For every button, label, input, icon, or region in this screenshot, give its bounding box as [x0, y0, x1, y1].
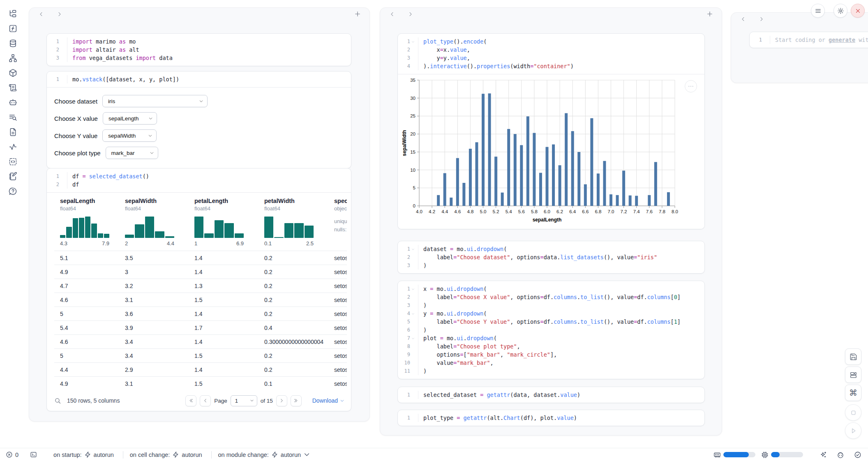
code-editor-df[interactable]: 1df = selected_dataset()2df: [47, 168, 351, 192]
on-startup-setting[interactable]: on startup: autorun: [53, 451, 114, 458]
table-row[interactable]: 5.13.51.40.2setosa: [54, 251, 347, 265]
sidebar-item-network[interactable]: [5, 54, 20, 63]
table-row[interactable]: 4.63.41.40.30000000000000004setosa: [54, 334, 347, 348]
column-header-sepalLength[interactable]: sepalLengthfloat644.37.9: [54, 198, 119, 251]
table-footer: 150 rows, 5 columns Page 1 of 15 Downloa…: [54, 390, 347, 411]
line-number: 1: [47, 37, 59, 46]
pagination: Page 1 of 15 Download: [185, 395, 347, 406]
table-row[interactable]: 4.93.11.50.1setosa: [54, 376, 347, 390]
sidebar-item-scroll-text[interactable]: [5, 84, 20, 92]
code-line-text: ): [418, 326, 427, 334]
column-scroll-left-button[interactable]: [36, 9, 46, 19]
copilot-button[interactable]: [836, 450, 845, 459]
code-editor-selected[interactable]: 1selected_dataset = getattr(data, datase…: [398, 387, 704, 403]
shutdown-button[interactable]: [851, 4, 865, 18]
sidebar-item-function-square[interactable]: [5, 25, 20, 33]
cpu-meter[interactable]: [761, 451, 803, 459]
on-cell-change-setting[interactable]: on cell change: autorun: [130, 451, 202, 458]
table-row[interactable]: 4.63.11.50.2setosa: [54, 293, 347, 307]
layout-button[interactable]: [845, 366, 861, 383]
table-row[interactable]: 4.73.21.30.2setosa: [54, 279, 347, 293]
sidebar-item-notebook-pen[interactable]: [5, 173, 20, 181]
last-page-button[interactable]: [291, 395, 302, 406]
code-editor-imports[interactable]: 1import marimo as mo2import altair as al…: [47, 34, 351, 66]
sidebar-item-database[interactable]: [5, 39, 20, 48]
fold-chevron-icon[interactable]: [410, 334, 416, 342]
svg-text:10: 10: [410, 168, 416, 173]
generate-link[interactable]: generate: [829, 37, 855, 43]
code-line-text: label="Choose X value", options=df.colum…: [418, 293, 681, 301]
fold-chevron-icon[interactable]: [410, 245, 416, 253]
column-scroll-right-button[interactable]: [405, 9, 416, 19]
line-number: 1: [750, 36, 762, 44]
connection-status-button[interactable]: [853, 450, 862, 459]
code-editor-xyplot[interactable]: 1x = mo.ui.dropdown(2 label="Choose X va…: [398, 281, 704, 379]
code-editor-empty[interactable]: 1 Start coding or generate with: [750, 32, 868, 48]
errors-indicator[interactable]: 0: [6, 451, 18, 458]
first-page-button[interactable]: [185, 395, 196, 406]
on-cell-change-value: autorun: [182, 452, 202, 458]
sidebar-item-package[interactable]: [5, 69, 20, 78]
column-scroll-right-button[interactable]: [54, 9, 65, 19]
on-module-change-setting[interactable]: on module change: autorun: [218, 451, 309, 458]
column-scroll-left-button[interactable]: [387, 9, 397, 19]
ai-sparkles-button[interactable]: [819, 450, 828, 459]
memory-meter[interactable]: [713, 451, 755, 459]
column-header-petalWidth[interactable]: petalWidthfloat640.12.5: [259, 198, 328, 251]
column-scroll-right-button[interactable]: [756, 14, 766, 24]
code-line-text: plot = mo.ui.dropdown(: [418, 334, 497, 342]
chart-actions-button[interactable]: [685, 80, 697, 92]
table-cell: 1.4: [189, 255, 259, 261]
table-cell: setosa: [328, 283, 347, 289]
menu-button[interactable]: [811, 4, 825, 18]
chevron-down-icon: [199, 99, 203, 104]
column-scroll-left-button[interactable]: [738, 14, 748, 24]
table-row[interactable]: 53.41.50.2setosa: [54, 348, 347, 362]
fold-chevron-icon[interactable]: [410, 285, 416, 293]
dropdown-select-choose-y-value[interactable]: sepalWidth: [102, 129, 157, 142]
sidebar-item-help-circle[interactable]: [5, 187, 20, 196]
search-icon[interactable]: [54, 397, 61, 404]
sidebar-item-code-square[interactable]: [5, 158, 20, 166]
dropdown-select-choose-dataset[interactable]: iris: [102, 95, 208, 107]
table-row[interactable]: 5.43.91.70.4setosa: [54, 320, 347, 334]
dropdown-value: iris: [108, 98, 115, 104]
download-button[interactable]: Download: [310, 397, 347, 404]
code-editor-dataset[interactable]: 1dataset = mo.ui.dropdown(2 label="Choos…: [398, 241, 704, 273]
terminal-button[interactable]: [30, 451, 37, 458]
column-header-petalLength[interactable]: petalLengthfloat6416.9: [189, 198, 259, 251]
save-button[interactable]: [845, 348, 861, 365]
bar-chart[interactable]: 4.04.24.44.64.85.05.25.45.65.86.06.26.46…: [401, 75, 689, 228]
table-row[interactable]: 4.931.40.2setosa: [54, 265, 347, 279]
on-startup-value: autorun: [94, 452, 114, 458]
next-page-button[interactable]: [276, 395, 287, 406]
page-select[interactable]: 1: [231, 395, 257, 406]
svg-text:sepalWidth: sepalWidth: [402, 130, 407, 156]
sidebar-item-list-search[interactable]: [5, 113, 20, 122]
prev-page-button[interactable]: [200, 395, 211, 406]
column-header-species[interactable]: speciesobjectunique:nulls:: [328, 198, 347, 251]
code-editor-plottype[interactable]: 1plot_type = getattr(alt.Chart(df), plot…: [398, 410, 704, 426]
sidebar-item-file-text[interactable]: [5, 128, 20, 137]
code-editor-plot[interactable]: 1plot_type().encode(2 x=x.value,3 y=y.va…: [398, 34, 704, 74]
table-row[interactable]: 4.42.91.40.2setosa: [54, 362, 347, 376]
add-cell-button[interactable]: [352, 9, 363, 19]
command-palette-button[interactable]: ⌘: [845, 385, 861, 401]
table-row[interactable]: 53.61.40.2setosa: [54, 307, 347, 320]
column-header-sepalWidth[interactable]: sepalWidthfloat6424.4: [119, 198, 189, 251]
add-cell-button[interactable]: [704, 9, 715, 19]
sidebar-item-file-tree[interactable]: [5, 10, 20, 18]
code-editor-vstack[interactable]: 1mo.vstack([dataset, x, y, plot]): [47, 71, 351, 87]
run-button[interactable]: [845, 422, 861, 439]
sidebar-item-bot-message[interactable]: [5, 99, 20, 107]
svg-text:20: 20: [410, 131, 416, 136]
dropdown-select-choose-x-value[interactable]: sepalLength: [103, 112, 157, 124]
fold-chevron-icon[interactable]: [410, 37, 416, 46]
dropdown-select-choose-plot-type[interactable]: mark_bar: [106, 147, 158, 159]
stop-button[interactable]: [845, 404, 861, 421]
column-histogram: [194, 217, 244, 238]
zap-icon: [172, 451, 179, 458]
settings-button[interactable]: [833, 4, 847, 18]
sidebar-item-activity[interactable]: [5, 143, 20, 152]
fold-chevron-icon[interactable]: [410, 309, 416, 318]
